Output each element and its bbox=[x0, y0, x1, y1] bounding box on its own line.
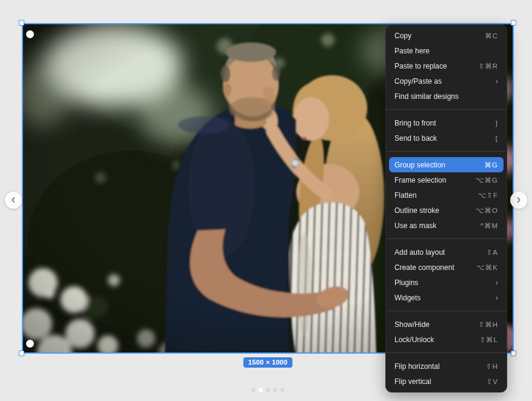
menu-item-shortcut: ⇧⌘R bbox=[479, 62, 498, 70]
context-menu: Copy⌘CPaste herePaste to replace⇧⌘RCopy/… bbox=[385, 24, 507, 393]
menu-item-label: Paste to replace bbox=[394, 62, 447, 70]
menu-item-shortcut: ⇧A bbox=[487, 248, 498, 257]
menu-item-create-component[interactable]: Create component⌥⌘K bbox=[386, 260, 507, 275]
menu-item-shortcut: ⌘G bbox=[485, 161, 498, 169]
menu-item-shortcut: ⇧H bbox=[486, 362, 498, 371]
submenu-chevron-icon: › bbox=[496, 294, 498, 302]
selection-handle-bottom-right[interactable] bbox=[511, 351, 516, 356]
menu-item-label: Use as mask bbox=[394, 221, 436, 230]
menu-item-add-auto-layout[interactable]: Add auto layout⇧A bbox=[386, 244, 507, 260]
menu-item-shortcut: ⇧V bbox=[487, 377, 498, 386]
menu-item-show-hide[interactable]: Show/Hide⇧⌘H bbox=[386, 317, 507, 332]
dimensions-badge: 1500 × 1000 bbox=[244, 357, 293, 368]
menu-item-widgets[interactable]: Widgets› bbox=[386, 290, 507, 305]
menu-item-label: Show/Hide bbox=[394, 320, 430, 329]
menu-item-label: Paste here bbox=[394, 47, 430, 55]
carousel-dot-3[interactable] bbox=[266, 388, 270, 392]
submenu-chevron-icon: › bbox=[496, 77, 498, 85]
carousel-dot-1[interactable] bbox=[251, 388, 256, 392]
carousel-next-button[interactable]: › bbox=[510, 192, 527, 209]
menu-item-shortcut: ^⌘M bbox=[480, 221, 498, 230]
menu-item-label: Widgets bbox=[394, 294, 421, 302]
menu-item-shortcut: ⌥⇧F bbox=[478, 191, 498, 200]
menu-item-paste-here[interactable]: Paste here bbox=[386, 43, 507, 58]
menu-item-flatten[interactable]: Flatten⌥⇧F bbox=[386, 187, 507, 203]
menu-item-shortcut: ⌥⌘O bbox=[476, 206, 498, 215]
chevron-left-icon: ‹ bbox=[11, 193, 15, 206]
corner-radius-handle-top-left[interactable] bbox=[26, 30, 34, 38]
selection-handle-top-left[interactable] bbox=[19, 20, 24, 25]
menu-item-group-selection[interactable]: Group selection⌘G bbox=[389, 157, 504, 172]
menu-item-flip-vertical[interactable]: Flip vertical⇧V bbox=[386, 374, 507, 389]
menu-item-label: Create component bbox=[394, 263, 454, 272]
menu-item-find-similar-designs[interactable]: Find similar designs bbox=[386, 89, 507, 104]
menu-separator bbox=[386, 151, 507, 152]
menu-item-label: Plugins bbox=[394, 278, 418, 287]
chevron-right-icon: › bbox=[516, 193, 520, 206]
menu-item-shortcut: ⌥⌘K bbox=[477, 263, 498, 272]
menu-item-outline-stroke[interactable]: Outline stroke⌥⌘O bbox=[386, 203, 507, 218]
menu-item-label: Add auto layout bbox=[394, 248, 445, 257]
menu-item-bring-to-front[interactable]: Bring to front] bbox=[386, 115, 507, 130]
menu-item-shortcut: ⇧⌘H bbox=[479, 320, 498, 329]
menu-item-label: Lock/Unlock bbox=[394, 335, 434, 344]
corner-radius-handle-bottom-left[interactable] bbox=[26, 340, 34, 348]
menu-separator bbox=[386, 352, 507, 353]
menu-item-label: Flip vertical bbox=[394, 377, 431, 386]
menu-item-copy-paste-as[interactable]: Copy/Paste as› bbox=[386, 73, 507, 89]
menu-item-shortcut: [ bbox=[496, 135, 498, 142]
menu-item-label: Bring to front bbox=[394, 119, 436, 127]
menu-item-shortcut: ⌥⌘G bbox=[476, 176, 498, 184]
carousel-dot-2[interactable] bbox=[259, 388, 263, 392]
menu-item-label: Copy/Paste as bbox=[394, 77, 442, 86]
menu-item-label: Frame selection bbox=[394, 176, 446, 184]
menu-item-shortcut: ⌘C bbox=[485, 32, 498, 40]
menu-item-copy[interactable]: Copy⌘C bbox=[386, 28, 507, 43]
carousel-prev-button[interactable]: ‹ bbox=[5, 192, 22, 209]
selection-handle-top-right[interactable] bbox=[511, 20, 516, 25]
menu-item-send-to-back[interactable]: Send to back[ bbox=[386, 130, 507, 146]
menu-item-use-as-mask[interactable]: Use as mask^⌘M bbox=[386, 218, 507, 233]
menu-item-frame-selection[interactable]: Frame selection⌥⌘G bbox=[386, 172, 507, 187]
menu-item-label: Outline stroke bbox=[394, 206, 439, 215]
carousel-dot-5[interactable] bbox=[281, 388, 285, 392]
design-canvas: 1500 × 1000 ‹ › Copy⌘CPaste herePaste to… bbox=[0, 0, 532, 401]
menu-item-shortcut: ] bbox=[496, 120, 498, 127]
menu-item-label: Find similar designs bbox=[394, 92, 459, 101]
menu-item-paste-to-replace[interactable]: Paste to replace⇧⌘R bbox=[386, 58, 507, 73]
menu-item-lock-unlock[interactable]: Lock/Unlock⇧⌘L bbox=[386, 332, 507, 347]
menu-item-label: Send to back bbox=[394, 134, 437, 143]
carousel-dots bbox=[251, 388, 285, 392]
menu-item-label: Group selection bbox=[394, 161, 445, 169]
menu-item-label: Flatten bbox=[394, 191, 417, 200]
menu-item-shortcut: ⇧⌘L bbox=[479, 335, 498, 344]
menu-separator bbox=[386, 311, 507, 311]
menu-item-flip-horizontal[interactable]: Flip horizontal⇧H bbox=[386, 359, 507, 374]
menu-separator bbox=[386, 238, 507, 239]
submenu-chevron-icon: › bbox=[496, 278, 498, 286]
selection-handle-bottom-left[interactable] bbox=[19, 351, 24, 356]
menu-separator bbox=[386, 109, 507, 110]
carousel-dot-4[interactable] bbox=[273, 388, 278, 392]
menu-item-plugins[interactable]: Plugins› bbox=[386, 275, 507, 290]
menu-item-label: Flip horizontal bbox=[394, 362, 440, 371]
menu-item-label: Copy bbox=[394, 32, 411, 40]
